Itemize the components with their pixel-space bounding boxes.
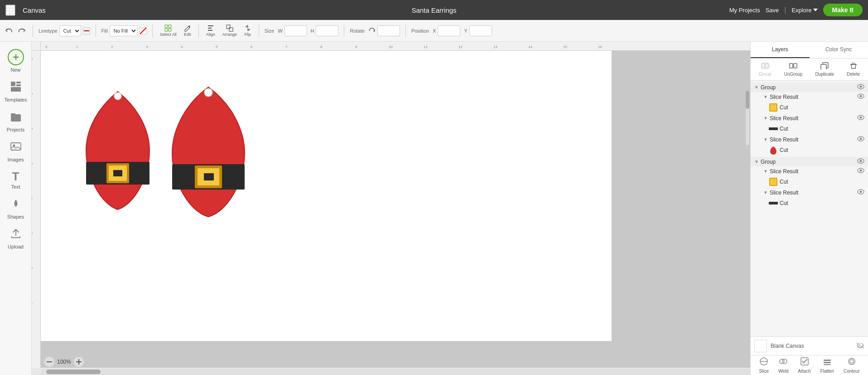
sidebar-item-new[interactable]: New	[6, 45, 26, 76]
cut-layer-1[interactable]: Cut	[760, 102, 868, 113]
layer-group-1-header[interactable]: ▼ Group	[751, 83, 868, 92]
ungroup-button[interactable]: UnGroup	[781, 61, 805, 78]
redo-button[interactable]	[16, 26, 27, 35]
group-icon	[761, 62, 769, 71]
sidebar-item-shapes[interactable]: Shapes	[1, 194, 30, 223]
cut-layer-4[interactable]: Cut	[760, 176, 868, 188]
flip-button[interactable]: Flip	[242, 24, 253, 38]
visibility-toggle-slice3[interactable]	[857, 136, 864, 143]
svg-rect-52	[113, 170, 122, 176]
layers-scrollbar[interactable]	[746, 91, 749, 145]
ruler-horizontal: 0 1 2 3 4 5 6 7 8 9 10 11 12 13 14 15 16	[41, 42, 750, 51]
layers-list[interactable]: ▼ Group ▼ Slice Result	[751, 81, 868, 336]
layers-toolbar: Group UnGroup Duplicate Delete	[751, 58, 868, 81]
slice-result-4-header[interactable]: ▼ Slice Result	[760, 166, 868, 176]
contour-button[interactable]: Contour	[840, 356, 863, 375]
sep6	[344, 24, 344, 37]
right-panel-tabs: Layers Color Sync	[751, 42, 868, 58]
svg-text:16: 16	[598, 45, 602, 49]
make-it-button[interactable]: Make It	[823, 4, 863, 16]
attach-button[interactable]: Attach	[794, 356, 814, 375]
weld-button[interactable]: Weld	[775, 356, 792, 375]
swatch-cut-4	[769, 177, 778, 186]
linetype-select[interactable]: Cut	[59, 25, 81, 36]
projects-icon	[10, 111, 22, 125]
w-label: W	[278, 28, 282, 34]
y-input[interactable]	[469, 25, 492, 36]
group-button[interactable]: Group	[756, 61, 774, 78]
visibility-toggle-slice4[interactable]	[857, 168, 864, 175]
svg-rect-5	[165, 29, 168, 31]
chevron-down-icon: ▼	[754, 85, 759, 90]
visibility-toggle-slice1[interactable]	[857, 93, 864, 100]
edit-button[interactable]: Edit	[182, 24, 193, 38]
linetype-color[interactable]	[83, 27, 90, 34]
slice-button[interactable]: Slice	[755, 356, 772, 375]
sidebar-item-new-label: New	[10, 67, 20, 73]
explore-button[interactable]: Explore	[791, 7, 817, 14]
svg-rect-60	[76, 361, 82, 362]
fill-color[interactable]	[140, 27, 147, 34]
svg-point-80	[860, 170, 862, 172]
linetype-group: Linetype Cut	[39, 25, 90, 36]
arrange-button[interactable]: Arrange	[221, 24, 239, 38]
align-button[interactable]: Align	[204, 24, 217, 38]
cut-layer-2[interactable]: Cut	[760, 123, 868, 135]
earrings-svg[interactable]	[77, 73, 258, 228]
svg-rect-89	[824, 360, 831, 361]
sidebar-item-upload[interactable]: Upload	[1, 224, 30, 253]
menu-icon[interactable]	[5, 5, 15, 16]
visibility-toggle-slice2[interactable]	[857, 115, 864, 122]
slice-result-2-header[interactable]: ▼ Slice Result	[760, 113, 868, 123]
blank-canvas-visibility-icon[interactable]	[856, 342, 864, 350]
tab-color-sync[interactable]: Color Sync	[810, 42, 868, 58]
canvas-surface[interactable]	[41, 51, 612, 341]
slice-result-1-header[interactable]: ▼ Slice Result	[760, 92, 868, 102]
swatch-cut-2	[769, 124, 778, 133]
size-group: Size W H	[265, 25, 339, 36]
zoom-out-button[interactable]	[44, 357, 54, 367]
edit-group: Edit	[182, 24, 193, 38]
sidebar-item-projects[interactable]: Projects	[1, 107, 30, 136]
canvas-scroll[interactable]	[41, 51, 750, 368]
cut-layer-5[interactable]: Cut	[760, 197, 868, 209]
blank-canvas-label: Blank Canvas	[771, 343, 853, 349]
svg-rect-0	[6, 6, 14, 7]
layer-group-2-header[interactable]: ▼ Group	[751, 157, 868, 166]
my-projects-link[interactable]: My Projects	[729, 7, 760, 14]
height-input[interactable]	[316, 25, 338, 36]
sidebar-item-images[interactable]: Images	[1, 137, 30, 166]
cut-layer-3[interactable]: Cut	[760, 144, 868, 156]
svg-marker-12	[373, 29, 375, 32]
rotate-input[interactable]	[377, 25, 400, 36]
slice-result-5-header[interactable]: ▼ Slice Result	[760, 188, 868, 197]
hscrollbar[interactable]	[41, 369, 750, 375]
svg-point-70	[860, 86, 862, 88]
zoom-in-button[interactable]	[74, 357, 84, 367]
sidebar-item-text[interactable]: T Text	[1, 167, 30, 193]
x-input[interactable]	[438, 25, 460, 36]
undo-button[interactable]	[4, 26, 14, 35]
save-button[interactable]: Save	[766, 7, 779, 14]
tab-layers[interactable]: Layers	[751, 42, 810, 58]
slice-result-3-header[interactable]: ▼ Slice Result	[760, 135, 868, 144]
visibility-toggle-group1[interactable]	[857, 84, 864, 91]
sidebar-item-templates[interactable]: Templates	[1, 77, 30, 106]
sep7	[405, 24, 406, 37]
visibility-toggle-group2[interactable]	[857, 158, 864, 165]
hscrollbar-thumb[interactable]	[46, 370, 101, 374]
delete-button[interactable]: Delete	[844, 61, 863, 78]
svg-rect-8	[208, 28, 212, 29]
ungroup-icon	[789, 62, 797, 71]
visibility-toggle-slice5[interactable]	[857, 189, 864, 196]
svg-text:13: 13	[493, 45, 497, 49]
duplicate-button[interactable]: Duplicate	[812, 61, 837, 78]
fill-select[interactable]: No Fill	[110, 25, 138, 36]
flatten-button[interactable]: Flatten	[817, 356, 838, 375]
blank-canvas-row[interactable]: Blank Canvas	[751, 336, 868, 355]
width-input[interactable]	[285, 25, 307, 36]
select-all-button[interactable]: Select All	[158, 24, 178, 38]
svg-rect-11	[229, 28, 233, 31]
svg-point-82	[860, 191, 862, 193]
svg-rect-67	[821, 64, 826, 69]
